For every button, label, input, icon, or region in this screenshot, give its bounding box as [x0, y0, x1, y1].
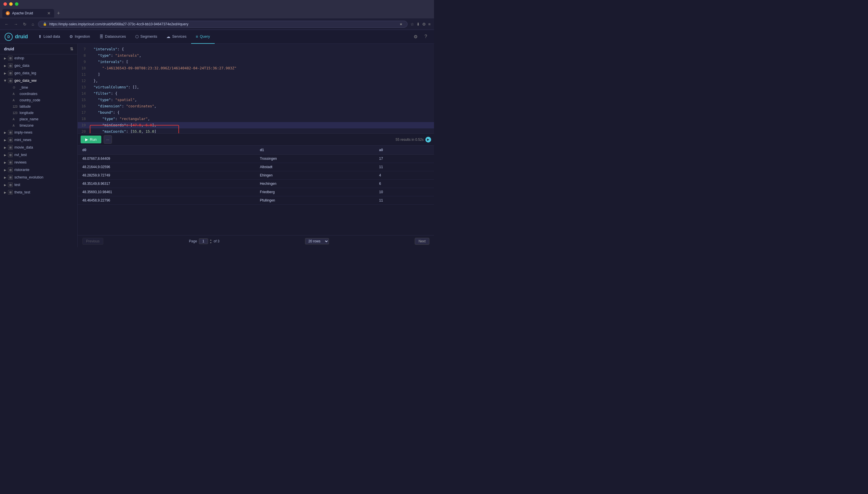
field-name-coordinates: coordinates	[20, 92, 37, 96]
sidebar-item-label-theta-test: theta_test	[14, 190, 30, 194]
nav-item-datasources[interactable]: 🗄 Datasources	[95, 30, 131, 44]
minimize-button[interactable]	[9, 2, 13, 6]
code-line-19: 19 "minCoords": [47.0, 6.0],	[78, 122, 434, 128]
nav-item-services[interactable]: ☁ Services	[162, 30, 191, 44]
tab-title: Apache Druid	[12, 11, 33, 15]
star-icon[interactable]: ★	[400, 22, 403, 26]
run-button[interactable]: ▶ Run	[81, 136, 101, 144]
new-tab-button[interactable]: +	[55, 11, 62, 16]
help-button[interactable]: ?	[422, 33, 429, 41]
segments-icon: ⬡	[135, 34, 139, 39]
string-icon: A	[13, 92, 18, 96]
field-place-name[interactable]: A place_name	[0, 116, 77, 122]
table-icon: ⊞	[8, 145, 13, 150]
back-button[interactable]: ←	[3, 21, 10, 27]
druid-logo-icon: D	[5, 33, 13, 41]
field-name-place-name: place_name	[20, 117, 38, 121]
sidebar-item-mini-news[interactable]: ▶ ⊞ mini_news	[0, 136, 77, 144]
sidebar-item-label-schema-evolution: schema_evolution	[14, 175, 43, 179]
sidebar-item-label-movie-data: movie_data	[14, 145, 33, 149]
home-button[interactable]: ⌂	[31, 21, 35, 27]
page-info: Page ▲ ▼ of 3	[189, 239, 219, 244]
bookmark-icon: ☆	[410, 22, 414, 26]
field-time[interactable]: ⏱ _time	[0, 84, 77, 91]
table-icon: ⊞	[8, 56, 13, 60]
page-label: Page	[189, 239, 197, 243]
editor-area: 7 "intervals": { 8 "type": "intervals", …	[78, 44, 434, 247]
sidebar-item-imply-news[interactable]: ▶ ⊞ imply-news	[0, 129, 77, 136]
sidebar-scroll[interactable]: ▶ ⊞ eshop ▶ ⊞ geo_data ▶ ⊞ geo_data_leg …	[0, 54, 77, 247]
sidebar-item-schema-evolution[interactable]: ▶ ⊞ schema_evolution	[0, 174, 77, 181]
url-text: https://imply-sales.implycloud.com/druid…	[49, 22, 188, 26]
sidebar-sort-button[interactable]: ⇅	[70, 46, 73, 51]
nav-right-icons: ⚙ ?	[411, 33, 429, 41]
sidebar-item-theta-test[interactable]: ▶ ⊞ theta_test	[0, 189, 77, 196]
sidebar-item-movie-data[interactable]: ▶ ⊞ movie_data	[0, 144, 77, 151]
sidebar-item-eshop[interactable]: ▶ ⊞ eshop	[0, 54, 77, 62]
nav-item-label-query: Query	[200, 34, 210, 39]
rows-select[interactable]: 20 rows 50 rows 100 rows	[305, 238, 329, 244]
table-icon: ⊞	[8, 160, 13, 165]
table-icon: ⊞	[8, 63, 13, 68]
rows-per-page: 20 rows 50 rows 100 rows	[305, 238, 329, 244]
nav-item-query[interactable]: ≡ Query	[191, 30, 215, 44]
settings-button[interactable]: ⚙	[411, 33, 420, 41]
string-icon: A	[13, 124, 18, 127]
druid-logo-text: druid	[15, 34, 28, 40]
number-icon: 123	[13, 111, 18, 115]
reload-button[interactable]: ↻	[22, 21, 27, 27]
code-line-10: 10 "-146136543-09-08T08:23:32.096Z/14614…	[78, 65, 434, 71]
field-name-time: _time	[20, 86, 28, 90]
more-options-button[interactable]: ···	[103, 135, 112, 144]
next-button[interactable]: Next	[415, 238, 429, 245]
nav-item-load-data[interactable]: ⬆ Load data	[34, 30, 65, 44]
chevron-icon: ▶	[4, 138, 6, 141]
table-row: 48.46458,9.22796Pfullingen11	[78, 196, 434, 205]
col-header-a0: a0	[374, 146, 434, 155]
close-button[interactable]	[3, 2, 7, 6]
field-coordinates[interactable]: A coordinates	[0, 91, 77, 97]
nav-item-label-datasources: Datasources	[105, 34, 126, 39]
page-down-icon[interactable]: ▼	[210, 242, 212, 244]
field-name-latitude: latitude	[20, 104, 31, 109]
chevron-icon: ▶	[4, 131, 6, 134]
col-header-d1: d1	[255, 146, 374, 155]
sidebar-item-reviews[interactable]: ▶ ⊞ reviews	[0, 159, 77, 166]
results-table[interactable]: d0 d1 a0 48.07667,8.64409Trossingen1748.…	[78, 146, 434, 235]
page-total: of 3	[214, 239, 219, 243]
sidebar-item-nvl-test[interactable]: ▶ ⊞ nvl_test	[0, 151, 77, 159]
nav-item-segments[interactable]: ⬡ Segments	[131, 30, 162, 44]
page-number-input[interactable]	[199, 239, 208, 244]
chevron-open-icon: ▶	[4, 79, 7, 82]
nav-item-ingestion[interactable]: ⚙ Ingestion	[65, 30, 95, 44]
run-label: Run	[90, 137, 97, 141]
field-latitude[interactable]: 123 latitude	[0, 103, 77, 110]
page-up-icon[interactable]: ▲	[210, 239, 212, 241]
maximize-button[interactable]	[15, 2, 18, 6]
forward-button[interactable]: →	[13, 21, 19, 27]
previous-button[interactable]: Previous	[82, 238, 103, 245]
field-country-code[interactable]: A country_code	[0, 97, 77, 103]
code-line-8: 8 "type": "intervals",	[78, 52, 434, 59]
sidebar-item-ristorante[interactable]: ▶ ⊞ ristorante	[0, 166, 77, 174]
table-cell-d0: 48.35693,10.98461	[78, 188, 255, 196]
sidebar-item-geo-data[interactable]: ▶ ⊞ geo_data	[0, 62, 77, 69]
field-longitude[interactable]: 123 longitude	[0, 110, 77, 116]
address-bar: ← → ↻ ⌂ 🔒 https://imply-sales.implycloud…	[0, 18, 434, 30]
table-cell-a0: 11	[374, 196, 434, 205]
table-cell-a0: 11	[374, 163, 434, 171]
table-row: 48.28259,9.72749Ehingen4	[78, 171, 434, 179]
chevron-icon: ▶	[4, 183, 6, 187]
browser-tab-druid[interactable]: D Apache Druid ✕	[2, 9, 54, 18]
url-bar[interactable]: 🔒 https://imply-sales.implycloud.com/dru…	[38, 21, 407, 27]
field-timezone[interactable]: A timezone	[0, 122, 77, 129]
tab-close-button[interactable]: ✕	[47, 11, 51, 16]
code-editor[interactable]: 7 "intervals": { 8 "type": "intervals", …	[78, 44, 434, 133]
menu-icon[interactable]: ≡	[428, 22, 430, 26]
table-row: 48.35693,10.98461Friedberg10	[78, 188, 434, 196]
sidebar-item-test[interactable]: ▶ ⊞ test	[0, 181, 77, 189]
results-text: 55 results in 0.52s	[396, 138, 424, 141]
sidebar-item-geo-data-leg[interactable]: ▶ ⊞ geo_data_leg	[0, 69, 77, 77]
table-cell-d1: Hechingen	[255, 179, 374, 188]
sidebar-item-geo-data-ww[interactable]: ▶ ⊞ geo_data_ww	[0, 77, 77, 84]
